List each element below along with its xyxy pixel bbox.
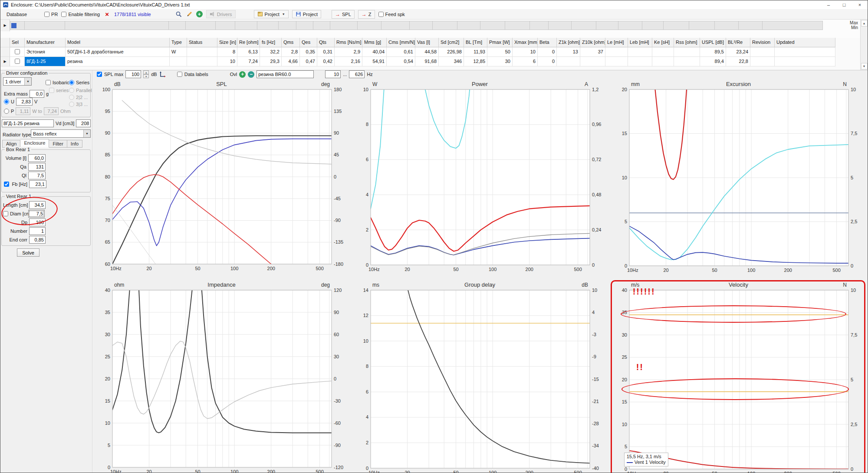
filter-cell-15[interactable] bbox=[432, 21, 457, 30]
ql-field[interactable] bbox=[28, 172, 46, 179]
tab-filter[interactable]: Filter bbox=[49, 140, 67, 148]
column-header-27[interactable]: BL²/Re bbox=[726, 38, 750, 47]
tab-info[interactable]: Info bbox=[67, 140, 82, 148]
spin-down-icon[interactable]: ▼ bbox=[143, 74, 149, 78]
table-cell[interactable] bbox=[170, 57, 187, 66]
column-header-20[interactable]: Z1k [ohm] bbox=[557, 38, 580, 47]
filter-cell-1[interactable] bbox=[24, 21, 65, 30]
table-cell[interactable] bbox=[674, 57, 700, 66]
table-cell[interactable] bbox=[652, 47, 674, 57]
table-cell[interactable]: 50ГДН-1-8 доработанные bbox=[66, 47, 170, 57]
filter-cell-17[interactable] bbox=[480, 21, 505, 30]
table-cell[interactable] bbox=[652, 57, 674, 66]
column-header-14[interactable]: Vas [l] bbox=[415, 38, 439, 47]
column-header-16[interactable]: BL [Tm] bbox=[464, 38, 487, 47]
table-cell[interactable]: 13 bbox=[557, 47, 580, 57]
table-cell[interactable] bbox=[605, 57, 628, 66]
solve-button[interactable]: Solve bbox=[17, 248, 39, 257]
column-header-8[interactable]: Qms bbox=[282, 38, 300, 47]
column-header-22[interactable]: Le [mH] bbox=[605, 38, 628, 47]
table-cell[interactable] bbox=[775, 47, 835, 57]
column-header-13[interactable]: Cms [mm/N] bbox=[387, 38, 415, 47]
table-cell[interactable]: 4,66 bbox=[282, 57, 300, 66]
filter-cell-24[interactable] bbox=[642, 21, 664, 30]
filter-cell-26[interactable] bbox=[689, 21, 715, 30]
table-cell[interactable]: 89,4 bbox=[700, 57, 726, 66]
project-open-button[interactable]: Project ▼ bbox=[254, 10, 289, 18]
maximize-icon[interactable]: □ bbox=[836, 0, 852, 9]
table-cell[interactable]: 0,42 bbox=[317, 57, 335, 66]
table-cell[interactable]: 40,04 bbox=[362, 47, 387, 57]
close-icon[interactable]: × bbox=[852, 0, 868, 9]
column-header-9[interactable]: Qes bbox=[300, 38, 317, 47]
pr-checkbox[interactable] bbox=[44, 12, 49, 17]
table-cell[interactable]: 37 bbox=[580, 47, 605, 57]
filter-cell-28[interactable] bbox=[738, 21, 763, 30]
impedance-chart[interactable]: Impedanceohmdeg4035302520151050120906030… bbox=[92, 279, 351, 473]
table-cell[interactable]: 6,13 bbox=[237, 47, 260, 57]
filter-cell-29[interactable] bbox=[762, 21, 823, 30]
column-header-17[interactable]: Pmax [W] bbox=[487, 38, 513, 47]
table-cell[interactable]: 91,68 bbox=[415, 57, 439, 66]
excursion-chart[interactable]: ExcursionmmN20151050107,552,5010Hz205010… bbox=[609, 78, 868, 279]
column-header-10[interactable]: Qts bbox=[317, 38, 335, 47]
table-cell[interactable]: 10 bbox=[513, 47, 538, 57]
table-cell[interactable]: 12,85 bbox=[464, 57, 487, 66]
table-cell[interactable]: 226,98 bbox=[439, 47, 464, 57]
filter-cell-19[interactable] bbox=[529, 21, 549, 30]
overlay-add-icon[interactable]: + bbox=[239, 71, 246, 78]
table-cell[interactable]: 2,16 bbox=[335, 57, 362, 66]
column-header-6[interactable]: Re [ohm] bbox=[237, 38, 260, 47]
table-cell[interactable]: 2,9 bbox=[335, 47, 362, 57]
row-select-checkbox[interactable] bbox=[15, 59, 20, 64]
filter-cell-5[interactable] bbox=[215, 21, 235, 30]
filter-cell-8[interactable] bbox=[278, 21, 296, 30]
table-cell[interactable]: 0,35 bbox=[300, 47, 317, 57]
table-cell[interactable]: 2,8 bbox=[282, 47, 300, 57]
driver-count-select[interactable]: 1 driver ▼ bbox=[3, 77, 32, 86]
table-cell[interactable] bbox=[187, 57, 217, 66]
export-spl-button[interactable]: → SPL bbox=[332, 10, 355, 19]
spl-chart[interactable]: SPLdBdeg100959085807570656018013590450-4… bbox=[92, 78, 351, 279]
table-cell[interactable] bbox=[628, 57, 652, 66]
table-cell[interactable] bbox=[10, 47, 25, 57]
column-header-0[interactable]: Sel bbox=[10, 38, 25, 47]
column-header-29[interactable]: Updated bbox=[775, 38, 835, 47]
table-cell[interactable]: 23,24 bbox=[726, 47, 750, 57]
vent-diam-field[interactable] bbox=[28, 210, 45, 218]
row-select-checkbox[interactable] bbox=[15, 49, 20, 54]
table-cell[interactable] bbox=[557, 57, 580, 66]
table-cell[interactable]: 50 bbox=[487, 47, 513, 57]
table-cell[interactable]: 346 bbox=[439, 57, 464, 66]
freq-max-field[interactable] bbox=[349, 70, 365, 78]
column-header-23[interactable]: Leb [mH] bbox=[628, 38, 652, 47]
table-cell[interactable]: 44,58 bbox=[415, 47, 439, 57]
table-scrollbar[interactable]: ▲ ▼ bbox=[860, 20, 868, 70]
tab-enclosure[interactable]: Enclosure bbox=[20, 139, 49, 148]
table-cell[interactable]: 89,5 bbox=[700, 47, 726, 57]
fb-checkbox[interactable] bbox=[4, 182, 9, 187]
table-cell[interactable]: 0 bbox=[538, 57, 557, 66]
filter-cell-25[interactable] bbox=[663, 21, 689, 30]
table-cell[interactable]: 30 bbox=[487, 57, 513, 66]
table-cell[interactable] bbox=[10, 57, 25, 66]
filter-cell-0[interactable] bbox=[10, 21, 25, 30]
minimize-icon[interactable]: – bbox=[821, 0, 836, 9]
table-cell[interactable]: 0,61 bbox=[387, 47, 415, 57]
table-cell[interactable]: 8ГД-1-25 bbox=[25, 57, 66, 66]
filter-cell-10[interactable] bbox=[313, 21, 330, 30]
freq-min-field[interactable] bbox=[325, 70, 341, 78]
enable-filtering-checkbox[interactable] bbox=[61, 12, 66, 17]
axis-settings-icon[interactable] bbox=[159, 71, 166, 78]
column-header-19[interactable]: Beta bbox=[538, 38, 557, 47]
filter-cell-9[interactable] bbox=[296, 21, 313, 30]
voltage-radio[interactable] bbox=[4, 99, 9, 104]
search-icon[interactable] bbox=[175, 11, 182, 18]
column-header-26[interactable]: USPL [dB] bbox=[700, 38, 726, 47]
table-cell[interactable]: 8 bbox=[217, 47, 237, 57]
add-icon[interactable]: + bbox=[196, 11, 203, 17]
project-save-button[interactable]: Project bbox=[292, 10, 321, 18]
isobaric-checkbox[interactable] bbox=[46, 80, 51, 85]
velocity-chart[interactable]: Velocitym/sN4035302520151050107,552,5010… bbox=[609, 279, 868, 473]
table-row[interactable]: ▶8ГД-1-25резина107,2429,34,660,470,422,1… bbox=[0, 57, 868, 66]
